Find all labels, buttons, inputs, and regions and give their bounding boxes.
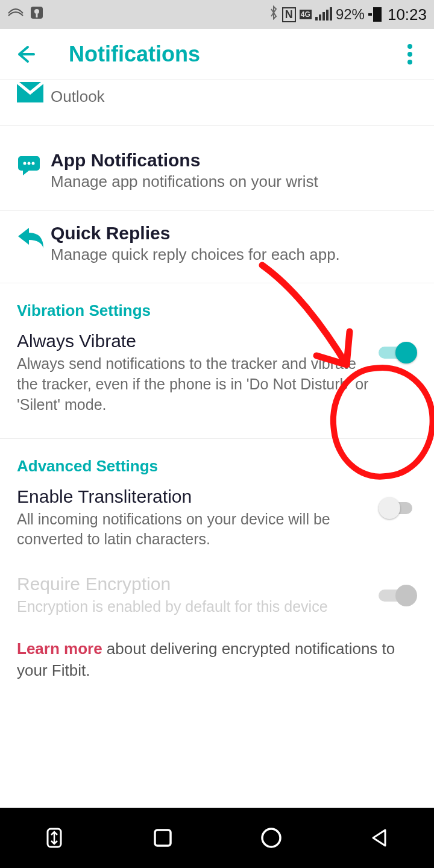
status-bar: N 4G 92% 10:23 xyxy=(0,0,434,29)
row-app-notifications[interactable]: App Notifications Manage app notificatio… xyxy=(0,126,434,211)
status-right: N 4G 92% 10:23 xyxy=(269,5,427,24)
location-icon xyxy=(30,6,43,23)
setting-always-vibrate-title: Always Vibrate xyxy=(17,331,369,351)
app-notifications-icon xyxy=(17,150,51,177)
nav-home-button[interactable] xyxy=(250,823,292,853)
setting-enable-transliteration-desc: All incoming notifications on your devic… xyxy=(17,509,369,550)
bluetooth-icon xyxy=(269,5,278,24)
nav-recents-button[interactable] xyxy=(142,823,184,853)
email-icon xyxy=(17,80,51,102)
setting-require-encryption-desc: Encryption is enabled by default for thi… xyxy=(17,597,369,617)
setting-require-encryption-title: Require Encryption xyxy=(17,574,369,594)
battery-icon xyxy=(368,7,382,22)
row-emails[interactable]: Emails Outlook xyxy=(0,80,434,126)
row-quick-replies-subtitle: Manage quick reply choices for each app. xyxy=(51,245,417,265)
setting-enable-transliteration[interactable]: Enable Transliteration All incoming noti… xyxy=(0,484,434,565)
nav-expand-button[interactable] xyxy=(33,823,75,853)
setting-enable-transliteration-title: Enable Transliteration xyxy=(17,486,369,507)
row-quick-replies-title: Quick Replies xyxy=(51,223,417,244)
setting-always-vibrate[interactable]: Always Vibrate Always send notifications… xyxy=(0,329,434,429)
toggle-enable-transliteration[interactable] xyxy=(379,497,417,519)
section-vibration-header: Vibration Settings xyxy=(0,283,434,329)
back-button[interactable] xyxy=(12,41,39,68)
nav-back-button[interactable] xyxy=(359,823,401,853)
status-left xyxy=(7,6,43,23)
toggle-require-encryption xyxy=(379,585,417,606)
svg-point-1 xyxy=(34,9,39,14)
app-header: Notifications xyxy=(0,29,434,80)
svg-point-9 xyxy=(262,829,280,847)
carrier-icon xyxy=(7,6,24,23)
svg-point-5 xyxy=(28,162,31,165)
page-title: Notifications xyxy=(69,42,398,67)
setting-always-vibrate-desc: Always send notifications to the tracker… xyxy=(17,354,369,415)
section-advanced-header: Advanced Settings xyxy=(0,439,434,484)
setting-require-encryption: Require Encryption Encryption is enabled… xyxy=(0,564,434,632)
row-app-notifications-subtitle: Manage app notifications on your wrist xyxy=(51,172,417,192)
row-emails-subtitle: Outlook xyxy=(51,87,417,107)
svg-point-4 xyxy=(24,162,27,165)
row-quick-replies[interactable]: Quick Replies Manage quick reply choices… xyxy=(0,211,434,284)
content-scroll[interactable]: Emails Outlook App Notifications Manage … xyxy=(0,80,434,808)
nfc-icon: N xyxy=(282,7,296,22)
learn-more-link[interactable]: Learn more xyxy=(17,640,102,658)
network-type-badge: 4G xyxy=(300,10,312,19)
signal-icon xyxy=(315,8,332,20)
row-app-notifications-title: App Notifications xyxy=(51,150,417,171)
reply-icon xyxy=(17,223,51,250)
android-nav-bar xyxy=(0,808,434,868)
learn-more-row: Learn more about delivering encrypted no… xyxy=(0,632,434,700)
svg-rect-8 xyxy=(155,830,171,846)
svg-point-6 xyxy=(32,162,35,165)
clock-time: 10:23 xyxy=(388,5,427,24)
overflow-menu-button[interactable] xyxy=(398,44,422,64)
toggle-always-vibrate[interactable] xyxy=(379,342,417,363)
battery-percent: 92% xyxy=(336,6,365,23)
